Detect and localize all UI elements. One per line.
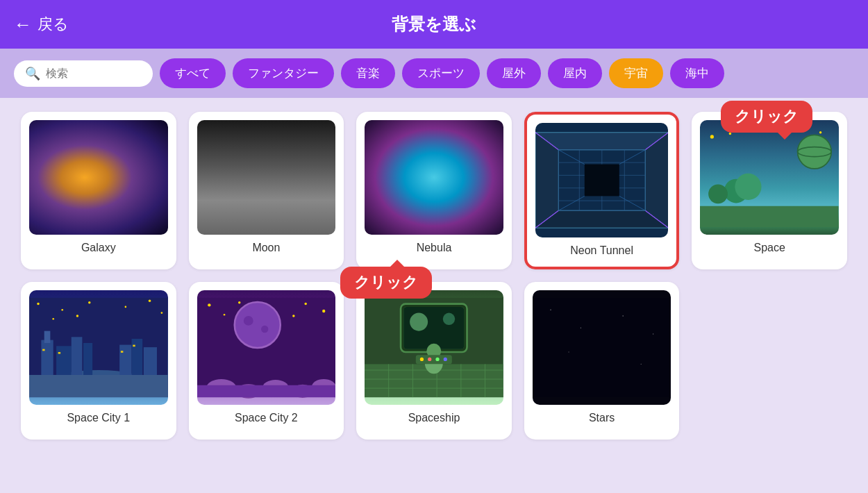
svg-point-94 — [420, 358, 424, 361]
card-nebula[interactable]: Nebula — [356, 112, 512, 269]
svg-point-99 — [550, 310, 551, 310]
back-button[interactable]: ← 戻る — [14, 14, 69, 35]
svg-rect-47 — [44, 331, 51, 343]
thumb-space-city-1 — [29, 290, 168, 405]
thumb-galaxy — [29, 120, 168, 235]
thumb-moon — [197, 120, 336, 235]
svg-point-35 — [709, 184, 728, 203]
svg-rect-52 — [132, 339, 143, 376]
svg-point-68 — [243, 316, 253, 326]
card-moon[interactable]: Moon — [189, 112, 344, 269]
filter-btn-sports[interactable]: スポーツ — [402, 58, 480, 88]
svg-rect-50 — [83, 343, 92, 376]
svg-point-37 — [37, 303, 39, 305]
svg-point-41 — [149, 300, 151, 302]
svg-point-64 — [322, 310, 325, 312]
svg-point-28 — [819, 131, 821, 133]
svg-rect-54 — [29, 375, 168, 397]
filter-btn-music[interactable]: 音楽 — [341, 58, 395, 88]
svg-rect-49 — [72, 337, 83, 376]
card-space-city-1[interactable]: Space City 1 — [21, 282, 176, 440]
svg-point-97 — [444, 358, 447, 361]
svg-rect-20 — [585, 165, 619, 197]
card-label-stars: Stars — [589, 412, 615, 424]
svg-point-30 — [798, 135, 832, 169]
card-space[interactable]: Space — [692, 112, 847, 269]
card-label-moon: Moon — [252, 242, 280, 254]
card-label-nebula: Nebula — [417, 242, 452, 254]
card-stars[interactable]: Stars — [524, 282, 680, 440]
svg-point-63 — [304, 303, 306, 305]
svg-point-102 — [653, 333, 653, 334]
thumb-space-city-2 — [197, 290, 336, 405]
svg-point-65 — [223, 314, 225, 316]
svg-point-42 — [161, 312, 163, 314]
svg-point-96 — [436, 358, 440, 361]
svg-point-69 — [261, 326, 268, 333]
card-label-space-city-2: Space City 2 — [235, 412, 298, 424]
filter-btn-sea[interactable]: 海中 — [670, 58, 724, 88]
svg-point-104 — [640, 364, 641, 365]
filter-btn-space[interactable]: 宇宙 — [609, 58, 663, 88]
back-arrow-icon: ← — [14, 14, 32, 35]
filter-btn-outdoor[interactable]: 屋外 — [487, 58, 541, 88]
card-label-space: Space — [754, 242, 785, 254]
search-icon: 🔍 — [25, 66, 40, 81]
page-title: 背景を選ぶ — [392, 13, 476, 35]
thumb-nebula — [365, 120, 503, 235]
thumb-stars — [533, 290, 671, 405]
background-grid: Galaxy Moon Nebula — [0, 98, 868, 453]
svg-rect-98 — [533, 298, 671, 397]
svg-point-101 — [622, 315, 623, 316]
svg-point-43 — [52, 318, 54, 320]
card-neon-tunnel[interactable]: Neon Tunnel — [524, 112, 680, 269]
svg-point-66 — [292, 315, 294, 317]
svg-point-25 — [710, 135, 714, 138]
callout-neon-tunnel: クリック — [340, 267, 432, 299]
svg-rect-53 — [144, 347, 157, 376]
filter-btn-indoor[interactable]: 屋内 — [548, 58, 602, 88]
svg-point-60 — [208, 303, 210, 306]
card-label-spaceship: Spaceship — [408, 412, 460, 424]
svg-point-100 — [581, 328, 581, 328]
card-label-galaxy: Galaxy — [81, 242, 116, 254]
filter-btn-all[interactable]: すべて — [160, 58, 226, 88]
svg-point-44 — [76, 315, 78, 317]
card-galaxy[interactable]: Galaxy — [21, 112, 176, 269]
svg-rect-55 — [42, 349, 44, 351]
svg-rect-32 — [700, 206, 839, 227]
search-box[interactable]: 🔍 — [14, 60, 153, 87]
card-space-city-2[interactable]: Space City 2 — [189, 282, 344, 440]
thumb-spaceship — [365, 290, 503, 405]
filter-bar: 🔍 すべて ファンタジー 音楽 スポーツ 屋外 屋内 宇宙 海中 — [0, 49, 868, 98]
svg-rect-56 — [58, 352, 60, 354]
svg-rect-57 — [121, 351, 123, 353]
svg-point-89 — [410, 313, 428, 331]
svg-point-26 — [729, 133, 731, 135]
svg-rect-51 — [119, 345, 131, 376]
svg-rect-48 — [56, 346, 72, 376]
svg-point-95 — [428, 358, 431, 361]
filter-btn-fantasy[interactable]: ファンタジー — [233, 58, 334, 88]
svg-point-40 — [125, 306, 127, 308]
thumb-space — [700, 120, 839, 235]
svg-point-38 — [61, 309, 63, 311]
svg-rect-58 — [133, 345, 135, 347]
svg-point-39 — [88, 301, 90, 303]
header: ← 戻る 背景を選ぶ — [0, 0, 868, 49]
search-input[interactable] — [46, 67, 136, 80]
svg-point-61 — [238, 301, 240, 303]
card-label-neon-tunnel: Neon Tunnel — [570, 244, 633, 257]
svg-point-67 — [234, 302, 280, 348]
callout-space-filter: クリック — [721, 101, 812, 133]
thumb-neon-tunnel — [535, 123, 669, 237]
svg-rect-75 — [197, 385, 336, 397]
card-spaceship[interactable]: Spaceship — [356, 282, 512, 440]
back-label: 戻る — [37, 14, 69, 35]
svg-point-90 — [443, 313, 455, 325]
svg-point-103 — [568, 351, 569, 352]
svg-point-34 — [735, 174, 762, 200]
card-label-space-city-1: Space City 1 — [67, 412, 130, 424]
svg-rect-46 — [41, 340, 53, 376]
